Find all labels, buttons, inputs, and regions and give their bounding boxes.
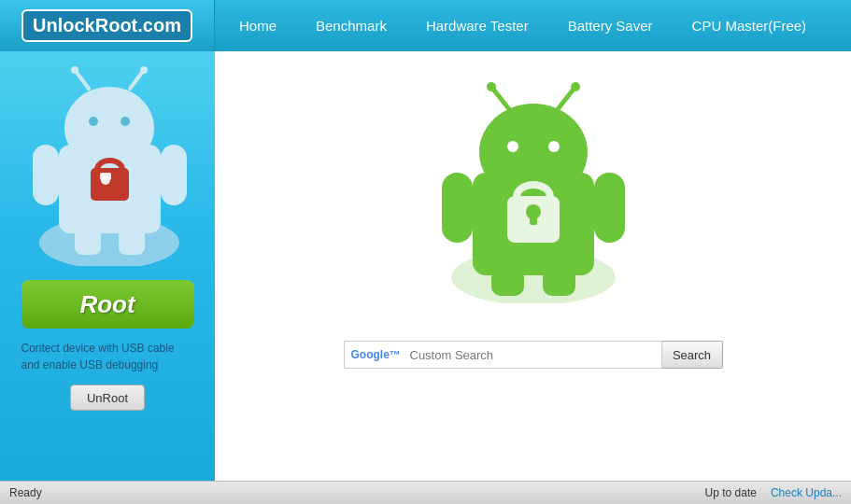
nav-home[interactable]: Home (234, 14, 282, 37)
search-button[interactable]: Search (661, 341, 723, 369)
unroot-button[interactable]: UnRoot (70, 385, 145, 411)
svg-rect-15 (75, 227, 101, 255)
svg-point-23 (548, 141, 560, 152)
logo[interactable]: UnlockRoot.com (21, 9, 192, 42)
android-sidebar-image (23, 61, 191, 266)
svg-rect-32 (491, 268, 524, 296)
svg-point-14 (101, 175, 110, 185)
svg-point-27 (571, 82, 580, 91)
svg-rect-18 (442, 173, 473, 243)
check-update-link[interactable]: Check Upda... (771, 486, 842, 499)
svg-rect-1 (33, 145, 59, 205)
logo-area: UnlockRoot.com (0, 0, 215, 51)
nav-hardware-tester[interactable]: Hardware Tester (420, 14, 534, 37)
search-wrapper: Google™ (344, 341, 661, 369)
nav-cpu-master[interactable]: CPU Master(Free) (687, 14, 813, 37)
nav-battery-saver[interactable]: Battery Saver (562, 14, 659, 37)
main: Root Contect device with USB cable and e… (0, 51, 851, 504)
header: UnlockRoot.com Home Benchmark Hardware T… (0, 0, 851, 51)
svg-point-26 (487, 82, 496, 91)
unroot-button-label: UnRoot (87, 391, 128, 405)
status-ready: Ready (9, 486, 42, 499)
android-large-image (431, 79, 636, 303)
root-button-label: Root (79, 290, 135, 319)
svg-point-9 (71, 66, 78, 74)
svg-point-6 (121, 117, 130, 126)
connect-text: Contect device with USB cable and enable… (21, 340, 194, 373)
svg-rect-2 (161, 145, 187, 205)
content-area: Google™ Search (215, 51, 851, 504)
root-button[interactable]: Root (21, 280, 194, 329)
svg-point-22 (507, 141, 518, 152)
search-area: Google™ Search (344, 341, 723, 369)
navigation: Home Benchmark Hardware Tester Battery S… (215, 14, 851, 37)
svg-rect-33 (543, 268, 575, 296)
svg-rect-19 (594, 173, 625, 243)
sidebar: Root Contect device with USB cable and e… (0, 51, 215, 504)
svg-rect-31 (530, 212, 537, 225)
svg-rect-16 (119, 227, 145, 255)
svg-point-4 (64, 87, 154, 169)
status-uptodate: Up to date (705, 486, 757, 499)
nav-benchmark[interactable]: Benchmark (310, 14, 392, 37)
svg-point-10 (140, 66, 148, 74)
search-input[interactable] (344, 341, 661, 369)
status-bar: Ready Up to date Check Upda... (0, 481, 851, 504)
svg-point-5 (89, 117, 98, 126)
status-right: Up to date Check Upda... (705, 486, 842, 499)
